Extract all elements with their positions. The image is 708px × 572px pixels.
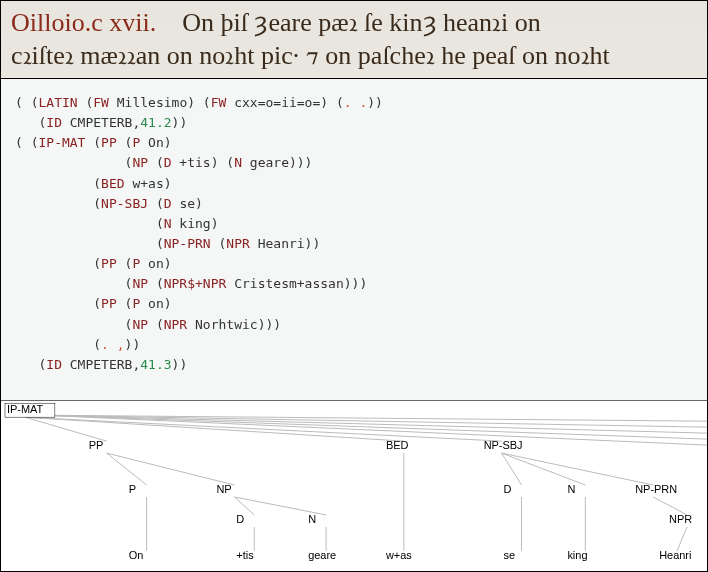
svg-line-14 xyxy=(502,453,654,485)
svg-line-12 xyxy=(502,453,522,485)
tree-node-label: P xyxy=(129,483,136,495)
code-line: ( (IP-MAT (PP (P On) xyxy=(15,133,693,153)
code-line: (PP (P on) xyxy=(15,294,693,314)
svg-line-13 xyxy=(502,453,586,485)
code-line: (PP (P on) xyxy=(15,254,693,274)
tree-node-label: NP-PRN xyxy=(635,483,677,495)
tree-node-label: PP xyxy=(89,439,104,451)
tree-node-label: N xyxy=(567,483,575,495)
parse-bracket-panel: ( (LATIN (FW Millesimo) (FW cxx=o=ii=o=)… xyxy=(1,79,707,401)
code-line: (NP (NPR Norhtwic))) xyxy=(15,315,693,335)
code-line: (NP-SBJ (D se) xyxy=(15,194,693,214)
tree-node-label: +tis xyxy=(236,549,254,561)
manuscript-text-1: On þiſ ȝeare pæꝛ ſe kinȝ heanꝛi on xyxy=(182,8,541,37)
parse-tree-panel: IP-MATPPBEDNP-SBJPNPDNNP-PRNDNNPROn+tisg… xyxy=(1,401,707,571)
tree-node-label: se xyxy=(504,549,516,561)
code-line: (BED w+as) xyxy=(15,174,693,194)
code-line: (NP (NPR$+NPR Cristesm+assan))) xyxy=(15,274,693,294)
code-line: (ID CMPETERB,41.2)) xyxy=(15,113,693,133)
tree-node-label: D xyxy=(504,483,512,495)
tree-node-label: N xyxy=(308,513,316,525)
code-line: (NP-PRN (NPR Heanri)) xyxy=(15,234,693,254)
tree-node-label: king xyxy=(567,549,587,561)
tree-node-label: D xyxy=(236,513,244,525)
code-line: (. ,)) xyxy=(15,335,693,355)
code-line: (ID CMPETERB,41.3)) xyxy=(15,355,693,375)
code-line: (NP (D +tis) (N geare))) xyxy=(15,153,693,173)
manuscript-image-region: Oilloio.c xvii. On þiſ ȝeare pæꝛ ſe kinȝ… xyxy=(1,1,707,79)
manuscript-rubric: Oilloio.c xvii. xyxy=(11,8,156,37)
svg-line-1 xyxy=(41,415,707,427)
tree-node-label: NP xyxy=(216,483,231,495)
code-line: ( (LATIN (FW Millesimo) (FW cxx=o=ii=o=)… xyxy=(15,93,693,113)
manuscript-line-2: cꝛiſteꝛ mæꝛꝛan on noꝛht pic· ⁊ on paſche… xyxy=(11,40,697,73)
tree-node-label: geare xyxy=(308,549,336,561)
tree-node-label: Heanri xyxy=(659,549,691,561)
code-line: (N king) xyxy=(15,214,693,234)
tree-node-label: On xyxy=(129,549,144,561)
tree-node-label: NPR xyxy=(669,513,692,525)
manuscript-line-1: Oilloio.c xvii. On þiſ ȝeare pæꝛ ſe kinȝ… xyxy=(11,7,697,40)
tree-node-label: NP-SBJ xyxy=(484,439,523,451)
svg-line-3 xyxy=(41,415,707,439)
tree-node-label: w+as xyxy=(385,549,412,561)
svg-line-22 xyxy=(677,527,687,551)
tree-node-label: BED xyxy=(386,439,409,451)
tree-node-label: IP-MAT xyxy=(7,403,44,415)
